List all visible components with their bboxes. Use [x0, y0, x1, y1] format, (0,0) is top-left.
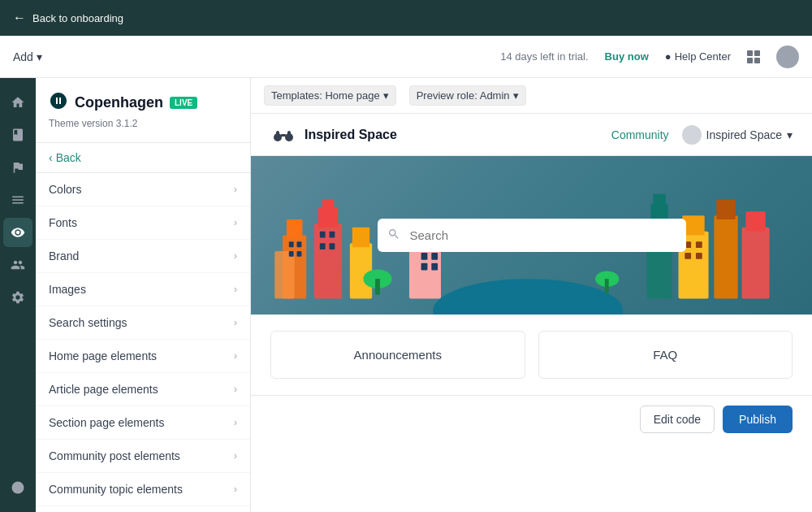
sidebar-flag-icon[interactable] [3, 153, 32, 182]
main-layout: Copenhagen LIVE Theme version 3.1.2 ‹ Ba… [0, 78, 812, 512]
add-button[interactable]: Add ▾ [13, 50, 42, 63]
svg-point-24 [433, 279, 623, 315]
menu-item-chevron-icon: › [234, 417, 237, 428]
menu-item-label: Images [49, 283, 86, 296]
theme-header: Copenhagen LIVE Theme version 3.1.2 [36, 78, 250, 143]
menu-item-section-page-elements[interactable]: Section page elements› [36, 406, 250, 440]
svg-rect-7 [287, 219, 303, 239]
svg-rect-45 [421, 253, 428, 260]
svg-rect-12 [350, 243, 372, 298]
sidebar-list-icon[interactable] [3, 185, 32, 215]
menu-item-label: Colors [49, 183, 81, 196]
preview-nav: Inspired Space Community Inspired Space … [251, 114, 812, 156]
top-bar: ← Back to onboarding [0, 0, 812, 36]
svg-rect-31 [716, 200, 735, 219]
sidebar-book-icon[interactable] [3, 120, 32, 150]
svg-rect-19 [330, 232, 335, 238]
svg-rect-50 [605, 279, 609, 293]
back-to-onboarding-link[interactable]: Back to onboarding [32, 12, 123, 24]
menu-items-list: Colors›Fonts›Brand›Images›Search setting… [36, 173, 250, 512]
help-center-label: Help Center [675, 50, 731, 63]
svg-rect-27 [653, 194, 666, 206]
menu-item-chevron-icon: › [234, 450, 237, 462]
preview-footer: Edit code Publish [251, 395, 812, 443]
menu-item-requests-list[interactable]: Requests list› [36, 506, 250, 512]
svg-rect-42 [409, 247, 441, 298]
edit-code-button[interactable]: Edit code [640, 406, 715, 433]
sidebar-home-icon[interactable] [3, 88, 32, 117]
preview-toolbar: Templates: Home page ▾ Preview role: Adm… [251, 78, 812, 114]
categories-grid: Announcements FAQ [270, 331, 793, 379]
user-menu-avatar [682, 125, 702, 145]
sidebar-gear-icon[interactable] [3, 283, 32, 312]
sidebar-people-icon[interactable] [3, 250, 32, 280]
brand-logo-icon [270, 122, 296, 148]
svg-rect-20 [320, 243, 326, 249]
hero-search-icon [387, 228, 400, 244]
menu-item-home-page-elements[interactable]: Home page elements› [36, 340, 250, 373]
menu-item-colors[interactable]: Colors› [36, 173, 250, 206]
menu-item-community-post-elements[interactable]: Community post elements› [36, 440, 250, 473]
hero-search-input[interactable] [378, 219, 686, 252]
user-avatar[interactable] [776, 46, 799, 68]
menu-item-chevron-icon: › [234, 217, 237, 228]
sidebar-eye-icon[interactable] [3, 218, 32, 247]
menu-item-label: Fonts [49, 216, 77, 229]
svg-rect-18 [320, 232, 326, 238]
community-link[interactable]: Community [611, 128, 669, 141]
brand-name-label: Inspired Space [304, 128, 397, 142]
header-right: 14 days left in trial. Buy now ● Help Ce… [500, 46, 799, 68]
svg-rect-30 [714, 215, 737, 298]
back-link[interactable]: ‹ Back [36, 143, 250, 173]
menu-item-community-topic-elements[interactable]: Community topic elements› [36, 473, 250, 506]
svg-rect-47 [421, 263, 428, 271]
preview-role-chevron-icon: ▾ [513, 89, 519, 102]
category-announcements[interactable]: Announcements [270, 331, 525, 379]
apps-grid-icon[interactable] [747, 50, 760, 63]
menu-item-label: Section page elements [49, 416, 164, 429]
preview-role-label: Preview role: Admin [417, 89, 510, 102]
svg-rect-9 [314, 223, 342, 299]
menu-item-chevron-icon: › [234, 284, 237, 295]
menu-item-images[interactable]: Images› [36, 273, 250, 306]
templates-chevron-icon: ▾ [383, 89, 389, 102]
buy-now-link[interactable]: Buy now [605, 50, 649, 63]
preview-nav-right: Community Inspired Space ▾ [611, 125, 793, 145]
svg-rect-40 [685, 253, 691, 259]
menu-item-article-page-elements[interactable]: Article page elements› [36, 373, 250, 406]
preview-role-dropdown[interactable]: Preview role: Admin ▾ [409, 85, 526, 106]
icon-sidebar [0, 78, 36, 512]
menu-item-chevron-icon: › [234, 484, 237, 495]
menu-item-chevron-icon: › [234, 317, 237, 328]
svg-rect-48 [431, 263, 438, 271]
category-faq[interactable]: FAQ [538, 331, 793, 379]
svg-point-0 [12, 482, 24, 494]
svg-rect-3 [281, 134, 286, 137]
back-arrow-icon: ← [13, 11, 26, 25]
help-center-button[interactable]: ● Help Center [665, 50, 731, 63]
header: Add ▾ 14 days left in trial. Buy now ● H… [0, 36, 812, 78]
templates-dropdown[interactable]: Templates: Home page ▾ [264, 85, 396, 106]
menu-item-fonts[interactable]: Fonts› [36, 206, 250, 240]
svg-rect-39 [696, 241, 702, 248]
svg-rect-16 [289, 251, 294, 257]
menu-item-chevron-icon: › [234, 250, 237, 262]
menu-item-search-settings[interactable]: Search settings› [36, 306, 250, 340]
svg-rect-46 [431, 253, 438, 260]
menu-item-chevron-icon: › [234, 350, 237, 362]
menu-item-label: Article page elements [49, 383, 158, 396]
publish-button[interactable]: Publish [723, 406, 793, 433]
templates-label: Templates: Home page [271, 89, 380, 102]
user-menu[interactable]: Inspired Space ▾ [682, 125, 793, 145]
menu-item-chevron-icon: › [234, 184, 237, 195]
menu-item-brand[interactable]: Brand› [36, 240, 250, 273]
svg-rect-13 [352, 228, 369, 247]
svg-rect-32 [742, 228, 770, 299]
theme-name-label: Copenhagen [75, 94, 163, 111]
menu-item-label: Search settings [49, 316, 127, 329]
svg-rect-4 [276, 131, 279, 137]
svg-rect-41 [696, 253, 702, 259]
trial-text: 14 days left in trial. [500, 50, 588, 63]
sidebar-zendesk-icon[interactable] [3, 473, 32, 502]
svg-point-49 [595, 271, 619, 287]
